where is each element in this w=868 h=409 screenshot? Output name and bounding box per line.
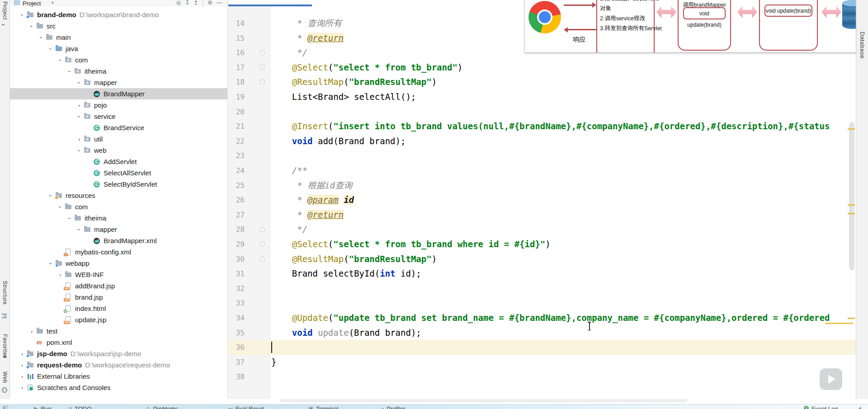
code-line[interactable]: 36 [228, 340, 856, 355]
web-globe-icon[interactable] [2, 387, 7, 393]
tree-chevron-icon[interactable]: › [76, 80, 82, 85]
error-stripe-mark[interactable] [848, 128, 855, 130]
tree-item-selectbyidservlet[interactable]: CSelectByIdServlet [10, 179, 227, 190]
tree-chevron-icon[interactable]: › [20, 374, 24, 379]
tree-chevron-icon[interactable]: › [29, 329, 34, 334]
tree-item-external-libraries[interactable]: ›External Libraries [10, 371, 227, 382]
code-line[interactable]: 21 @Insert("insert into tb_brand values(… [228, 119, 856, 134]
tree-chevron-icon[interactable]: › [67, 69, 72, 74]
tree-item-brand-jsp[interactable]: JSPbrand.jsp [10, 291, 227, 303]
code-line[interactable]: 19 List<Brand> selectAll(); [228, 89, 856, 104]
tree-item-com[interactable]: ›com [10, 54, 227, 66]
tree-chevron-icon[interactable]: › [29, 24, 34, 28]
tree-item-request-demo[interactable]: ›request-demoD:\workspace\request-demo [10, 359, 227, 371]
tree-chevron-icon[interactable]: › [57, 58, 63, 62]
code-line[interactable]: 23 [228, 148, 856, 163]
tree-item-itheima[interactable]: ›itheima [10, 66, 227, 77]
pin-icon[interactable]: ➤ [858, 405, 863, 409]
code-line[interactable]: 34 @Update("update tb_brand set brand_na… [228, 310, 856, 325]
tree-chevron-icon[interactable]: › [20, 385, 24, 390]
tree-item-index-html[interactable]: Hindex.html [10, 303, 227, 314]
expand-all-icon[interactable]: ↧ [185, 0, 189, 6]
tree-item-addbrand-jsp[interactable]: JSPaddBrand.jsp [10, 280, 227, 291]
tree-item-selectallservlet[interactable]: CSelectAllServlet [10, 167, 227, 179]
code-line[interactable]: 27 * @return [228, 207, 856, 222]
structure-icon[interactable] [2, 314, 7, 318]
tree-item-itheima[interactable]: ›itheima [10, 212, 227, 224]
event-log-button[interactable]: 1 Event Log [804, 405, 838, 409]
statement-marker-icon[interactable] [259, 256, 265, 264]
locate-file-icon[interactable]: ◎ [176, 0, 181, 6]
tree-item-resources[interactable]: ›resources [10, 190, 227, 201]
tree-item-brandservice[interactable]: CBrandService [10, 122, 227, 133]
statement-marker-icon[interactable] [259, 64, 265, 72]
code-line[interactable]: 33 [228, 296, 856, 310]
tool-window-structure-label[interactable]: Structure [2, 281, 8, 305]
tree-item-test[interactable]: ›test [10, 325, 227, 337]
error-stripe-mark[interactable] [848, 213, 855, 214]
tree-item-brandmapper-xml[interactable]: BrandMapper.xml [10, 235, 227, 246]
project-panel-title[interactable]: Project [23, 0, 41, 7]
tree-item-pom-xml[interactable]: mpom.xml [10, 337, 227, 348]
tree-item-mapper[interactable]: ›mapper [10, 77, 227, 88]
statusbar-profiler-button[interactable]: ◔Profiler [381, 405, 405, 409]
tree-chevron-icon[interactable]: › [76, 148, 82, 153]
code-line[interactable]: 24 /** [228, 163, 856, 178]
tree-item-mybatis-config-xml[interactable]: <>mybatis-config.xml [10, 246, 227, 258]
statement-marker-icon[interactable] [259, 226, 265, 234]
statement-marker-icon[interactable] [259, 241, 265, 249]
tree-item-web[interactable]: ›web [10, 145, 227, 156]
tree-chevron-icon[interactable]: › [48, 193, 53, 198]
code-line[interactable]: 35 void update(Brand brand); [228, 325, 856, 340]
tree-item-brand-demo[interactable]: ›brand-demoD:\workspace\brand-demo [10, 9, 227, 20]
error-stripe-mark[interactable] [848, 318, 855, 319]
tree-item-mapper[interactable]: ›mapper [10, 224, 227, 235]
tree-chevron-icon[interactable]: › [20, 362, 24, 368]
code-editor[interactable]: 14 * 查询所有15 * @return16 */17 @Select("se… [228, 6, 856, 399]
code-line[interactable]: 38 [228, 369, 856, 384]
tool-window-project-label[interactable]: Project [2, 1, 8, 20]
statusbar-run-button[interactable]: ▶Run [34, 405, 52, 409]
tree-item-brandmapper[interactable]: BrandMapper [10, 88, 227, 99]
tree-item-webapp[interactable]: ›webapp [10, 258, 227, 269]
editor-horizontal-scrollbar[interactable] [280, 399, 687, 402]
tree-chevron-icon[interactable]: › [77, 103, 81, 108]
code-line[interactable]: 26 * @param id [228, 193, 856, 207]
tree-chevron-icon[interactable]: › [48, 261, 53, 266]
tree-item-src[interactable]: ›src [10, 20, 227, 32]
collapse-all-icon[interactable]: ↥ [193, 0, 198, 6]
statement-marker-icon[interactable] [259, 49, 265, 57]
gear-icon[interactable]: ⚙ [208, 0, 212, 6]
tree-chevron-icon[interactable]: › [57, 205, 63, 209]
statusbar-todo-button[interactable]: ≡TODO [69, 405, 91, 409]
statusbar-eval-reset-button[interactable]: ↩Eval Reset [228, 405, 264, 409]
favorites-star-icon[interactable]: ★ [2, 354, 8, 359]
tool-window-web-label[interactable]: Web [2, 371, 8, 383]
editor-vertical-scrollbar[interactable] [849, 122, 854, 270]
code-line[interactable]: 37} [228, 355, 856, 370]
tree-chevron-icon[interactable]: › [38, 35, 44, 40]
tool-window-switcher-icon[interactable] [3, 406, 8, 409]
tree-chevron-icon[interactable]: › [76, 227, 82, 232]
code-line[interactable]: 28 */ [228, 222, 856, 237]
tree-item-main[interactable]: ›main [10, 32, 227, 43]
tree-item-pojo[interactable]: ›pojo [10, 99, 227, 111]
tree-item-java[interactable]: ›java [10, 43, 227, 54]
statusbar-terminal-button[interactable]: ▣Terminal [308, 405, 338, 409]
tree-item-com[interactable]: ›com [10, 201, 227, 212]
code-line[interactable]: 29 @Select("select * from tb_brand where… [228, 237, 856, 252]
tool-window-database-label[interactable]: Database [859, 32, 866, 59]
tree-item-jsp-demo[interactable]: ›jsp-demoD:\workspace\jsp-demo [10, 348, 227, 359]
statusbar-problems-button[interactable]: ⚠Problems [146, 405, 178, 409]
code-line[interactable]: 20 [228, 104, 856, 119]
tree-chevron-icon[interactable]: › [58, 272, 62, 277]
error-stripe-mark[interactable] [848, 204, 855, 206]
code-line[interactable]: 18 @ResultMap("brandResultMap") [228, 75, 856, 89]
tree-item-scratches-and-consoles[interactable]: ›Scratches and Consoles [10, 382, 227, 393]
tree-chevron-icon[interactable]: › [20, 351, 24, 357]
tree-chevron-icon[interactable]: › [76, 114, 82, 119]
hide-panel-icon[interactable]: — [217, 0, 222, 6]
statement-marker-icon[interactable] [259, 79, 265, 87]
tree-item-service[interactable]: ›service [10, 111, 227, 122]
tree-item-addservlet[interactable]: CAddServlet [10, 156, 227, 167]
